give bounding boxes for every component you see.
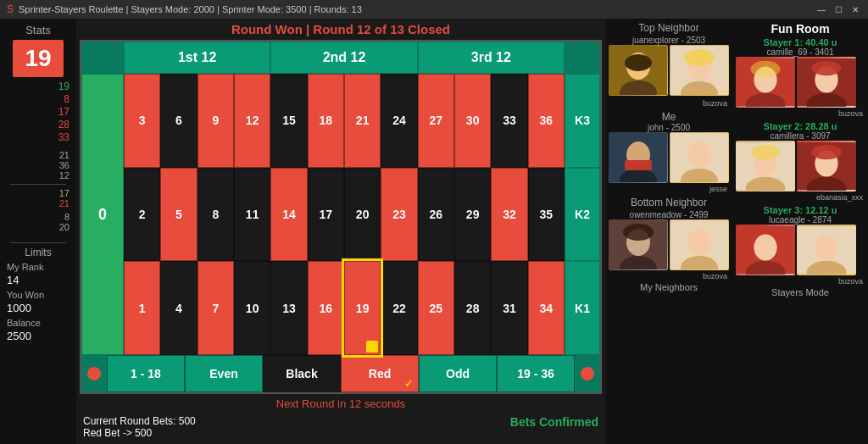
bet-even[interactable]: Even — [185, 355, 263, 392]
bottom-neighbor-name: owenmeadow - 2499 — [609, 210, 729, 219]
num-cell-8[interactable]: 8 — [198, 168, 234, 262]
stayer3-avatar1 — [736, 225, 795, 275]
close-button[interactable]: ✕ — [849, 3, 861, 15]
bet-1-18[interactable]: 1 - 18 — [107, 355, 185, 392]
num-cell-33[interactable]: 33 — [491, 74, 527, 168]
num-cell-36[interactable]: 36 — [528, 74, 565, 168]
num-cell-32[interactable]: 32 — [491, 168, 527, 262]
stayers-col: Fun Room Stayer 1: 40.40 u camille_69 - … — [732, 19, 868, 444]
num-cell-2[interactable]: 2 — [124, 168, 160, 262]
minimize-button[interactable]: — — [815, 3, 827, 15]
current-number: 19 — [13, 40, 64, 77]
bet-black[interactable]: Black — [263, 355, 341, 392]
top-neighbor-avatar1 — [609, 45, 668, 96]
my-rank-value: 14 — [3, 274, 73, 286]
hist-more: 213612 — [3, 150, 73, 180]
num-cell-7[interactable]: 7 — [198, 261, 234, 355]
left-dot — [81, 355, 107, 392]
svg-point-29 — [812, 61, 842, 76]
num-cell-22[interactable]: 22 — [381, 261, 417, 355]
bottom-bets: 1 - 18 Even Black Red✓ Odd 19 - 36 — [81, 355, 600, 392]
dozen-1[interactable]: 1st 12 — [124, 42, 270, 74]
svg-point-13 — [687, 142, 711, 169]
me-label: Me — [609, 111, 729, 123]
hist-8: 8 — [3, 93, 73, 105]
dozen-2[interactable]: 2nd 12 — [270, 42, 417, 74]
top-neighbor-avatar2 — [670, 45, 729, 96]
bet-odd[interactable]: Odd — [419, 355, 497, 392]
title-bar: S Sprinter-Stayers Roulette | Stayers Mo… — [0, 0, 868, 19]
stayer3-name: lucaeagle - 2874 — [736, 215, 865, 225]
bets-confirmed: Bets Confirmed — [510, 415, 598, 429]
num-cell-29[interactable]: 29 — [454, 168, 491, 262]
num-cell-13[interactable]: 13 — [270, 261, 307, 355]
stayer1-avatar1 — [736, 57, 795, 108]
right-col: K3 K2 K1 — [565, 74, 600, 355]
svg-point-37 — [812, 145, 842, 160]
num-cell-23[interactable]: 23 — [381, 168, 417, 262]
center-panel: Round Won | Round 12 of 13 Closed 1st 12… — [76, 19, 605, 444]
num-cell-16[interactable]: 16 — [308, 261, 344, 355]
num-cell-30[interactable]: 30 — [454, 74, 491, 168]
stayer1-name: camille_69 - 3401 — [736, 47, 865, 57]
num-cell-9[interactable]: 9 — [198, 74, 234, 168]
stayer3-avatar2 — [797, 225, 856, 275]
num-cell-1[interactable]: 1 — [124, 261, 160, 355]
right-dot — [575, 355, 600, 392]
num-cell-15[interactable]: 15 — [270, 74, 307, 168]
bet-19-36[interactable]: 19 - 36 — [497, 355, 575, 392]
k2-cell[interactable]: K2 — [565, 168, 600, 262]
dozen-3[interactable]: 3rd 12 — [418, 42, 565, 74]
num-cell-4[interactable]: 4 — [160, 261, 197, 355]
num-cell-5[interactable]: 5 — [160, 168, 197, 262]
hist-33: 33 — [3, 131, 73, 143]
num-cell-3[interactable]: 3 — [124, 74, 160, 168]
num-cell-28[interactable]: 28 — [454, 261, 491, 355]
num-cell-25[interactable]: 25 — [418, 261, 454, 355]
stayer2-avatar2 — [797, 141, 856, 191]
svg-point-42 — [815, 235, 837, 261]
numbers-grid: 0 36912151821242730333625811141720232629… — [81, 74, 600, 355]
stayer1-title: Stayer 1: 40.40 u — [736, 37, 865, 47]
num-cell-18[interactable]: 18 — [308, 74, 344, 168]
bottom-neighbor-avatar2 — [670, 219, 729, 270]
num-cell-27[interactable]: 27 — [418, 74, 454, 168]
num-cell-35[interactable]: 35 — [528, 168, 565, 262]
chip-19 — [366, 341, 378, 352]
num-cell-6[interactable]: 6 — [160, 74, 197, 168]
zero-cell[interactable]: 0 — [81, 74, 124, 355]
svg-rect-11 — [625, 160, 652, 170]
num-cell-26[interactable]: 26 — [418, 168, 454, 262]
num-cell-21[interactable]: 21 — [344, 74, 381, 168]
my-neighbors-label: My Neighbors — [609, 282, 729, 292]
k1-cell[interactable]: K1 — [565, 261, 600, 355]
roulette-table: 1st 12 2nd 12 3rd 12 0 36912151821242730… — [80, 40, 602, 394]
hist-28: 28 — [3, 119, 73, 130]
dozens-row: 1st 12 2nd 12 3rd 12 — [81, 42, 600, 74]
neighbors-col: Top Neighbor juanexplorer - 2503 buzova … — [605, 19, 732, 444]
svg-point-20 — [687, 229, 711, 256]
maximize-button[interactable]: ☐ — [832, 3, 844, 15]
num-cell-34[interactable]: 34 — [528, 261, 565, 355]
num-cell-12[interactable]: 12 — [234, 74, 270, 168]
num-cell-20[interactable]: 20 — [344, 168, 381, 262]
stayer1-avatar2 — [797, 57, 856, 108]
num-cell-10[interactable]: 10 — [234, 261, 270, 355]
num-cell-11[interactable]: 11 — [234, 168, 270, 262]
num-cell-17[interactable]: 17 — [308, 168, 344, 262]
buzova-label1: buzova — [609, 99, 729, 108]
stayer2-title: Stayer 2: 28.28 u — [736, 121, 865, 131]
svg-point-39 — [754, 235, 776, 261]
num-cell-24[interactable]: 24 — [381, 74, 417, 168]
stayer1-sub: buzova — [736, 109, 865, 118]
hist-19: 19 — [3, 80, 73, 92]
num-cell-31[interactable]: 31 — [491, 261, 527, 355]
num-cell-19[interactable]: 19 — [344, 261, 381, 355]
balance-value: 2500 — [3, 330, 73, 342]
bets-detail: Red Bet -> 500 — [83, 427, 196, 439]
num-cell-14[interactable]: 14 — [270, 168, 307, 262]
bet-red[interactable]: Red✓ — [341, 355, 419, 392]
top-neighbor-label: Top Neighbor — [609, 22, 729, 34]
k3-cell[interactable]: K3 — [565, 74, 600, 168]
stayer2-sub: ebanasia_xxx — [736, 193, 865, 202]
